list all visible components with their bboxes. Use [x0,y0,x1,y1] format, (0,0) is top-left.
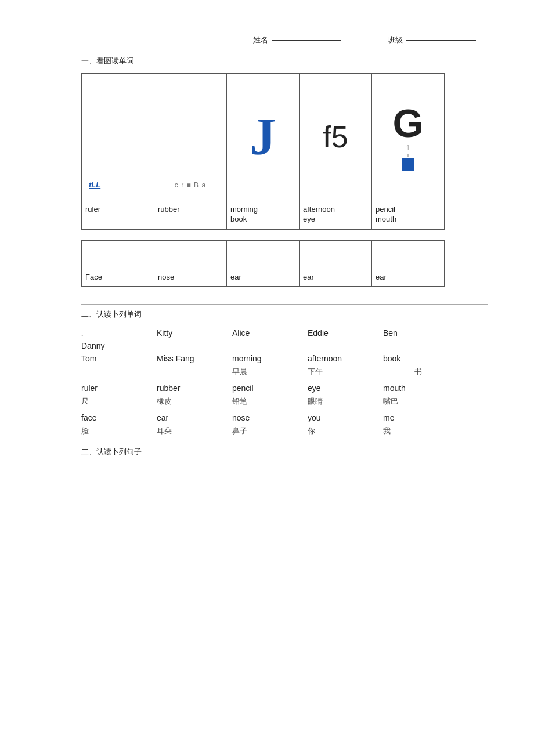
card-afternoon-eye: f5 afternoon eye [299,73,372,230]
card-ear3-image [372,241,444,270]
book-zh: 书 [383,365,453,382]
eye-zh: 眼睛 [308,395,383,411]
empty4 [383,339,453,352]
card-afternoon-label: afternoon eye [300,200,371,229]
name-line [272,40,341,41]
me-v: me [383,411,453,424]
rubber-text: c r ■ B a [175,181,206,189]
card-face-image [82,241,154,270]
card-ear-2: ear [299,240,372,287]
card-nose-label: nose [154,270,226,286]
card-pencil-mouth: G 1 pencil mouth [371,73,445,230]
card-grid-row1: tLL ruler c r ■ B a rubber J morning boo… [81,73,488,230]
eye-v: eye [308,382,383,395]
card-ear2-image [300,241,371,270]
card-rubber-label: rubber [154,200,226,229]
nose-v: nose [232,411,308,424]
pencil-zh: 铅笔 [232,395,308,411]
card-ear-3: ear [371,240,445,287]
card-pencil-label: pencil mouth [372,200,444,229]
name-label: 姓名 [253,35,268,45]
ruler-v: ruler [81,382,157,395]
class-label: 班级 [388,35,403,45]
card-morning-label: morning book [227,200,299,229]
g-text: G [393,103,424,143]
card-rubber-image: c r ■ B a [154,74,226,200]
face-v: face [81,411,157,424]
card-ruler-label: ruler [82,200,154,229]
missfang-cell: Miss Fang [157,352,232,365]
section2-title: 二、认读卜列单词 [81,309,488,320]
card-morning-image: J [227,74,299,200]
empty1 [157,339,232,352]
card-ear-1: ear [226,240,300,287]
empty-zh1 [81,365,157,382]
afternoon-cell: afternoon [308,352,383,365]
section3-title: 二、认读卜列句子 [81,447,488,457]
danny-cell: Danny [81,339,157,352]
ben-cell: Ben [383,327,453,339]
mouth-v: mouth [383,382,453,395]
ruler-zh: 尺 [81,395,157,411]
nose-zh: 鼻子 [232,424,308,441]
g-dot [407,154,409,157]
section1-title: 一、看图读单词 [81,56,488,66]
ruler-draw-text: tLL [89,180,100,189]
card-ruler: tLL ruler [81,73,154,230]
f5-text: f5 [323,120,348,154]
you-v: you [308,411,383,424]
dot-cell: 。 [81,327,157,339]
ear-v: ear [157,411,232,424]
card-face: Face [81,240,154,287]
card-rubber: c r ■ B a rubber [154,73,227,230]
class-line [406,40,476,41]
card-ruler-image: tLL [82,74,154,200]
card-nose-image [154,241,226,270]
card-ear3-label: ear [372,270,444,286]
g-sub-text: 1 [406,144,410,152]
tom-cell: Tom [81,352,157,365]
you-zh: 你 [308,424,383,441]
rubber-v: rubber [157,382,232,395]
header: 姓名 班级 [81,35,488,45]
morning-zh: 早晨 [232,365,308,382]
morning-cell: morning [232,352,308,365]
empty-zh2 [157,365,232,382]
card-g-image: G 1 [372,74,444,200]
card-face-label: Face [82,270,154,286]
book-cell: book [383,352,453,365]
g-blue-block [402,158,414,171]
card-ear1-label: ear [227,270,299,286]
face-zh: 脸 [81,424,157,441]
card-f5-image: f5 [300,74,371,200]
letter-j: J [250,111,276,163]
empty3 [308,339,383,352]
card-ear2-label: ear [300,270,371,286]
ear-zh: 耳朵 [157,424,232,441]
eddie-cell: Eddie [308,327,383,339]
kitty-cell: Kitty [157,327,232,339]
section2-divider [81,304,488,305]
names-grid: 。 Kitty Alice Eddie Ben Danny Tom Miss F… [81,327,488,441]
alice-cell: Alice [232,327,308,339]
card-morning-book: J morning book [226,73,300,230]
rubber-zh: 橡皮 [157,395,232,411]
card-nose: nose [154,240,227,287]
empty2 [232,339,308,352]
card-ear1-image [227,241,299,270]
card-grid-row2: Face nose ear ear ear [81,240,488,287]
me-zh: 我 [383,424,453,441]
afternoon-zh: 下午 [308,365,383,382]
mouth-zh: 嘴巴 [383,395,453,411]
pencil-v: pencil [232,382,308,395]
